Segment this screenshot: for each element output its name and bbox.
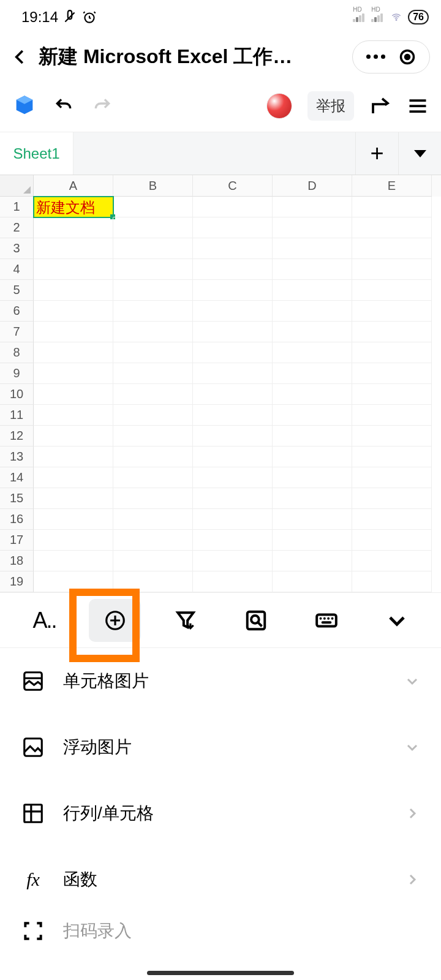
share-button[interactable] bbox=[369, 95, 391, 117]
cell[interactable] bbox=[113, 301, 193, 322]
format-tab[interactable]: A.. bbox=[18, 599, 70, 642]
menu-cell-image[interactable]: 单元格图片 bbox=[0, 648, 441, 714]
row-header[interactable]: 18 bbox=[0, 551, 34, 571]
col-header[interactable]: C bbox=[193, 175, 273, 197]
report-button[interactable]: 举报 bbox=[307, 91, 354, 121]
cell[interactable] bbox=[352, 384, 432, 405]
spreadsheet-grid[interactable]: A B C D E 1新建文档 2 3 4 5 6 7 8 9 10 11 12… bbox=[0, 175, 441, 592]
cell-a1[interactable]: 新建文档 bbox=[34, 197, 113, 217]
row-header[interactable]: 11 bbox=[0, 405, 34, 426]
select-all-corner[interactable] bbox=[0, 175, 34, 197]
cell[interactable] bbox=[193, 197, 273, 217]
cell[interactable] bbox=[273, 217, 352, 238]
cell[interactable] bbox=[273, 322, 352, 342]
cell[interactable] bbox=[113, 467, 193, 488]
cell[interactable] bbox=[193, 280, 273, 301]
row-header[interactable]: 10 bbox=[0, 384, 34, 405]
row-header[interactable]: 9 bbox=[0, 363, 34, 384]
cell[interactable] bbox=[273, 530, 352, 551]
cell[interactable] bbox=[113, 426, 193, 447]
cell[interactable] bbox=[34, 259, 113, 280]
cell[interactable] bbox=[273, 342, 352, 363]
cell[interactable] bbox=[193, 301, 273, 322]
cell[interactable] bbox=[273, 467, 352, 488]
hamburger-button[interactable] bbox=[407, 95, 429, 117]
cell[interactable] bbox=[34, 301, 113, 322]
cell[interactable] bbox=[34, 488, 113, 509]
cell[interactable] bbox=[113, 447, 193, 467]
back-button[interactable] bbox=[11, 48, 29, 66]
cell[interactable] bbox=[193, 426, 273, 447]
add-sheet-button[interactable]: + bbox=[355, 132, 398, 175]
cell[interactable] bbox=[273, 571, 352, 592]
cell[interactable] bbox=[273, 447, 352, 467]
cell[interactable] bbox=[273, 259, 352, 280]
cell[interactable] bbox=[34, 280, 113, 301]
cell[interactable] bbox=[193, 467, 273, 488]
cell[interactable] bbox=[352, 301, 432, 322]
cell[interactable] bbox=[193, 405, 273, 426]
row-header[interactable]: 14 bbox=[0, 467, 34, 488]
cell[interactable] bbox=[273, 301, 352, 322]
cell[interactable] bbox=[352, 217, 432, 238]
cell[interactable] bbox=[34, 217, 113, 238]
cell[interactable] bbox=[352, 551, 432, 571]
redo-button[interactable] bbox=[91, 96, 114, 116]
cell[interactable] bbox=[352, 509, 432, 530]
cell[interactable] bbox=[273, 405, 352, 426]
cell[interactable] bbox=[193, 571, 273, 592]
row-header[interactable]: 4 bbox=[0, 259, 34, 280]
cell[interactable] bbox=[34, 405, 113, 426]
avatar[interactable] bbox=[266, 93, 292, 119]
menu-rowcol-cell[interactable]: 行列/单元格 bbox=[0, 780, 441, 846]
cell[interactable] bbox=[273, 488, 352, 509]
cell[interactable] bbox=[352, 447, 432, 467]
menu-function[interactable]: fx 函数 bbox=[0, 846, 441, 913]
cell[interactable] bbox=[352, 571, 432, 592]
cell[interactable] bbox=[193, 259, 273, 280]
cell[interactable] bbox=[113, 405, 193, 426]
cell[interactable] bbox=[193, 447, 273, 467]
find-tab[interactable] bbox=[230, 599, 282, 642]
cell[interactable] bbox=[273, 551, 352, 571]
cell[interactable] bbox=[34, 384, 113, 405]
filter-tab[interactable] bbox=[159, 599, 211, 642]
cell[interactable] bbox=[273, 426, 352, 447]
cell[interactable] bbox=[193, 551, 273, 571]
cell[interactable] bbox=[193, 238, 273, 259]
cell[interactable] bbox=[352, 405, 432, 426]
cell[interactable] bbox=[34, 551, 113, 571]
cell[interactable] bbox=[113, 342, 193, 363]
cell[interactable] bbox=[113, 238, 193, 259]
row-header[interactable]: 6 bbox=[0, 301, 34, 322]
cell[interactable] bbox=[34, 467, 113, 488]
cell[interactable] bbox=[34, 238, 113, 259]
cell[interactable] bbox=[34, 509, 113, 530]
cell[interactable] bbox=[34, 363, 113, 384]
cell[interactable] bbox=[193, 488, 273, 509]
cell[interactable] bbox=[193, 322, 273, 342]
cell[interactable] bbox=[113, 488, 193, 509]
cell[interactable] bbox=[352, 238, 432, 259]
row-header[interactable]: 16 bbox=[0, 509, 34, 530]
row-header[interactable]: 17 bbox=[0, 530, 34, 551]
col-header[interactable]: B bbox=[113, 175, 193, 197]
keyboard-tab[interactable] bbox=[300, 599, 352, 642]
menu-float-image[interactable]: 浮动图片 bbox=[0, 714, 441, 780]
col-header[interactable]: D bbox=[273, 175, 352, 197]
row-header[interactable]: 8 bbox=[0, 342, 34, 363]
row-header[interactable]: 12 bbox=[0, 426, 34, 447]
cell[interactable] bbox=[273, 197, 352, 217]
row-header[interactable]: 19 bbox=[0, 571, 34, 592]
menu-scan[interactable]: 扫码录入 bbox=[0, 913, 441, 949]
col-header[interactable]: A bbox=[34, 175, 113, 197]
cell[interactable] bbox=[34, 530, 113, 551]
sheet-tab-1[interactable]: Sheet1 bbox=[0, 132, 74, 175]
cell[interactable] bbox=[113, 384, 193, 405]
cell[interactable] bbox=[193, 509, 273, 530]
row-header[interactable]: 15 bbox=[0, 488, 34, 509]
cell[interactable] bbox=[352, 530, 432, 551]
more-button[interactable] bbox=[366, 55, 385, 59]
cell[interactable] bbox=[352, 467, 432, 488]
cell[interactable] bbox=[113, 363, 193, 384]
